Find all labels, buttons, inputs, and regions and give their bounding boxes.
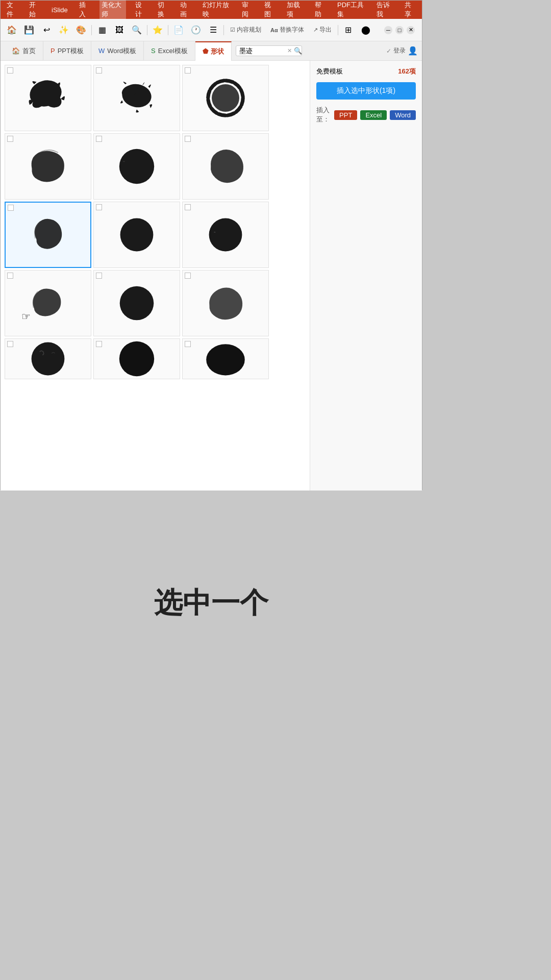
svg-point-12 <box>119 341 154 376</box>
shape-cell-r5c3[interactable] <box>182 338 269 379</box>
menu-start[interactable]: 开始 <box>27 0 42 20</box>
menu-help[interactable]: 帮助 <box>313 0 328 20</box>
tab-ppt-template[interactable]: P PPT模板 <box>43 41 91 61</box>
toolbar-export[interactable]: ↗ 导出 <box>310 24 335 35</box>
clear-search-icon[interactable]: ✕ <box>287 47 292 54</box>
cell-checkbox[interactable] <box>96 273 102 279</box>
bottom-caption: 选中一个 <box>0 584 422 623</box>
ink-circle-dark-shape <box>114 336 160 382</box>
cell-checkbox[interactable] <box>185 136 191 142</box>
menu-review[interactable]: 审阅 <box>240 0 255 20</box>
cell-checkbox[interactable] <box>185 273 191 279</box>
search-input[interactable] <box>239 47 285 55</box>
menu-tell[interactable]: 告诉我 <box>374 0 395 20</box>
menu-addins[interactable]: 加载项 <box>285 0 306 20</box>
tab-home[interactable]: 🏠 首页 <box>5 41 43 61</box>
menu-file[interactable]: 文件 <box>5 0 20 20</box>
cell-checkbox[interactable] <box>7 273 13 279</box>
menu-islide[interactable]: iSlide <box>49 5 70 15</box>
shape-cell-r1c2[interactable] <box>93 65 180 131</box>
cell-checkbox[interactable] <box>96 341 102 347</box>
toolbar-save-icon[interactable]: 💾 <box>22 23 36 37</box>
close-button[interactable]: ✕ <box>407 26 415 34</box>
shape-cell-r3c2[interactable] <box>93 202 180 268</box>
toolbar-redo-icon[interactable]: ✨ <box>57 23 71 37</box>
toolbar-grid-icon[interactable]: ⊞ <box>341 23 356 37</box>
login-area[interactable]: ✓ 登录 👤 <box>386 46 418 56</box>
cell-checkbox[interactable] <box>7 67 13 74</box>
toolbar-image-icon[interactable]: 🖼 <box>112 23 127 37</box>
minimize-button[interactable]: ─ <box>384 26 392 34</box>
shape-cell-r4c3[interactable] <box>182 270 269 336</box>
shape-cell-r1c3[interactable] <box>182 65 269 131</box>
toolbar-separator5 <box>338 25 338 35</box>
ink-oval-dark-shape <box>203 336 248 382</box>
toolbar-clock-icon[interactable]: 🕐 <box>189 23 203 37</box>
cell-checkbox[interactable] <box>7 136 13 142</box>
toolbar-circle-icon[interactable]: ⬤ <box>359 23 373 37</box>
cell-checkbox[interactable] <box>96 136 102 142</box>
menu-slideshow[interactable]: 幻灯片放映 <box>201 0 233 20</box>
shapes-icon: ⬟ <box>203 47 208 55</box>
cell-checkbox[interactable] <box>185 341 191 347</box>
search-icon[interactable]: 🔍 <box>294 47 302 55</box>
menu-share[interactable]: 共享 <box>403 0 418 20</box>
shape-cell-r2c1[interactable] <box>5 133 91 200</box>
toolbar-replace-font[interactable]: Aα 替换字体 <box>267 24 307 35</box>
toolbar-page-icon[interactable]: 📄 <box>171 23 186 37</box>
toolbar-content-plan[interactable]: ☑ 内容规划 <box>227 24 264 35</box>
toolbar-undo-icon[interactable]: ↩ <box>39 23 54 37</box>
cell-checkbox[interactable] <box>8 205 14 211</box>
menu-beautify[interactable]: 美化大师 <box>99 0 126 20</box>
user-avatar[interactable]: 👤 <box>408 46 418 56</box>
shape-cell-r5c1[interactable] <box>5 338 91 379</box>
menu-animation[interactable]: 动画 <box>178 0 193 20</box>
login-label[interactable]: 登录 <box>393 46 406 55</box>
home-icon: 🏠 <box>12 47 20 55</box>
svg-point-8 <box>120 218 154 252</box>
toolbar-search-icon[interactable]: 🔍 <box>130 23 144 37</box>
right-panel: 免费模板 162项 插入选中形状(1项) 插入至： PPT Excel Word <box>310 61 422 491</box>
menu-pdf[interactable]: PDF工具集 <box>335 0 367 20</box>
shape-cell-r3c3[interactable] <box>182 202 269 268</box>
tab-shapes[interactable]: ⬟ 形状 <box>195 41 232 61</box>
toolbar-home-icon[interactable]: 🏠 <box>5 23 19 37</box>
shape-cell-r5c2[interactable] <box>93 338 180 379</box>
free-template-label: 免费模板 <box>316 67 343 76</box>
cell-checkbox[interactable] <box>96 67 102 74</box>
insert-to-word-button[interactable]: Word <box>390 110 416 120</box>
shape-cell-r3c1[interactable] <box>5 202 91 268</box>
toolbar-star-icon[interactable]: ⭐ <box>151 23 165 37</box>
svg-point-9 <box>209 218 242 252</box>
shape-cell-r4c1[interactable] <box>5 270 91 336</box>
svg-point-6 <box>212 84 239 112</box>
menu-view[interactable]: 视图 <box>262 0 278 20</box>
menu-design[interactable]: 设计 <box>133 0 148 20</box>
toolbar-separator4 <box>223 25 224 35</box>
menu-insert[interactable]: 插入 <box>77 0 92 20</box>
insert-to-excel-button[interactable]: Excel <box>360 110 387 120</box>
grid-row-2 <box>5 133 306 200</box>
shape-cell-r2c2[interactable] <box>93 133 180 200</box>
tab-bar: 🏠 首页 P PPT模板 W Word模板 S Excel模板 ⬟ 形状 ✕ 🔍 <box>1 41 422 61</box>
ink-circle-texture-shape <box>25 336 71 382</box>
cell-checkbox[interactable] <box>7 341 13 347</box>
ink-circle-solid3-shape <box>203 212 248 258</box>
shape-cell-r1c1[interactable] <box>5 65 91 131</box>
menu-bar: 文件 开始 iSlide 插入 美化大师 设计 切换 动画 幻灯片放映 审阅 视… <box>1 1 422 19</box>
shape-cell-r2c3[interactable] <box>182 133 269 200</box>
maximize-button[interactable]: □ <box>395 26 404 34</box>
cell-checkbox[interactable] <box>185 67 191 74</box>
shape-cell-r4c2[interactable] <box>93 270 180 336</box>
toolbar-list-icon[interactable]: ☰ <box>206 23 220 37</box>
insert-button[interactable]: 插入选中形状(1项) <box>316 82 416 100</box>
cell-checkbox[interactable] <box>185 204 191 210</box>
cell-checkbox[interactable] <box>96 204 102 210</box>
toolbar-format-icon[interactable]: 🎨 <box>74 23 88 37</box>
insert-to-ppt-button[interactable]: PPT <box>334 110 357 120</box>
menu-switch[interactable]: 切换 <box>156 0 171 20</box>
tab-word-template[interactable]: W Word模板 <box>91 41 144 61</box>
toolbar-layout-icon[interactable]: ▦ <box>95 23 109 37</box>
tab-excel-template[interactable]: S Excel模板 <box>144 41 195 61</box>
excel-icon: S <box>151 47 156 55</box>
